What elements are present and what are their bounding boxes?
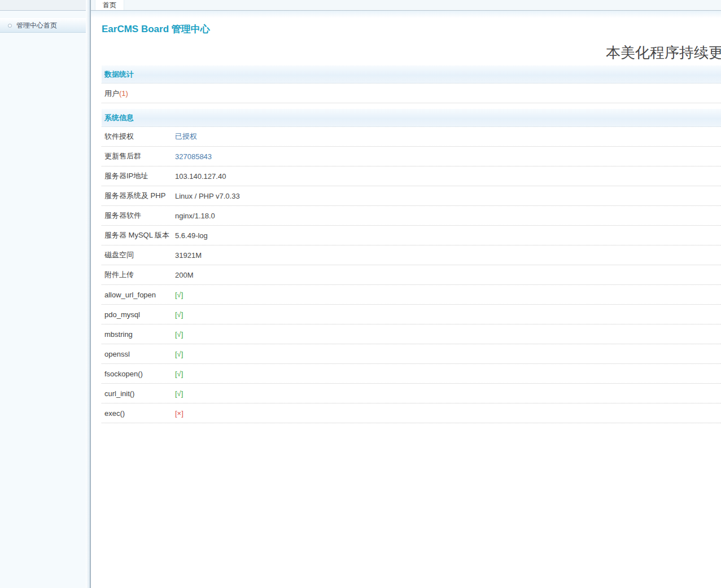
sidebar-top-strip [0,0,86,11]
section-header-data-stats: 数据统计 [102,65,721,84]
row-label: 更新售后群 [102,151,175,161]
row-label: 磁盘空间 [102,250,175,260]
row-label: 附件上传 [102,270,175,280]
radio-bullet-icon [8,24,12,28]
table-row: 服务器 MySQL 版本 5.6.49-log [102,226,721,245]
check-fail-icon: [×] [175,409,721,418]
row-value[interactable]: 已授权 [175,131,721,142]
check-ok-icon: [√] [175,350,721,358]
table-row: curl_init() [√] [102,384,721,403]
table-row: openssl [√] [102,344,721,364]
row-label: curl_init() [102,389,175,398]
table-row: pdo_mysql [√] [102,305,721,324]
content-area: 首页 EarCMS Board 管理中心 本美化程序持续更新 数据统计 用户(1… [91,0,721,588]
row-label: 服务器IP地址 [102,171,175,181]
table-row: fsockopen() [√] [102,364,721,384]
system-info-table: 软件授权 已授权 更新售后群 327085843 服务器IP地址 103.140… [102,127,721,423]
page-title[interactable]: EarCMS Board 管理中心 [102,23,210,36]
stats-row-users: 用户(1) [102,84,721,103]
row-value: 31921M [175,251,721,260]
row-label: 服务器系统及 PHP [102,191,175,201]
row-value: 103.140.127.40 [175,172,721,181]
row-label: mbstring [102,330,175,339]
stats-count: (1) [119,89,128,98]
table-row: 软件授权 已授权 [102,127,721,147]
sidebar-item-label: 管理中心首页 [16,21,57,30]
row-label: openssl [102,350,175,358]
row-value: Linux / PHP v7.0.33 [175,192,721,200]
table-row: allow_url_fopen [√] [102,285,721,305]
sidebar-splitter[interactable] [86,0,91,588]
marquee-text: 本美化程序持续更新 [606,43,721,59]
tab-home[interactable]: 首页 [95,0,124,10]
row-label: fsockopen() [102,370,175,378]
table-row: mbstring [√] [102,324,721,344]
content-top-gradient [91,11,721,18]
section-header-system-info: 系统信息 [102,109,721,127]
row-label: 服务器 MySQL 版本 [102,230,175,240]
row-value[interactable]: 327085843 [175,152,721,161]
table-row: 服务器软件 nginx/1.18.0 [102,206,721,226]
main-panel: EarCMS Board 管理中心 本美化程序持续更新 数据统计 用户(1) 系… [102,18,721,423]
table-row: 磁盘空间 31921M [102,245,721,265]
row-label: allow_url_fopen [102,291,175,299]
row-label: exec() [102,409,175,418]
table-row: 更新售后群 327085843 [102,147,721,166]
check-ok-icon: [√] [175,310,721,319]
table-row: 服务器系统及 PHP Linux / PHP v7.0.33 [102,186,721,206]
row-label: 服务器软件 [102,210,175,221]
row-value: 5.6.49-log [175,231,721,240]
stats-label[interactable]: 用户 [104,89,119,98]
table-row: 服务器IP地址 103.140.127.40 [102,166,721,186]
row-label: 软件授权 [102,131,175,142]
check-ok-icon: [√] [175,370,721,378]
row-value: 200M [175,271,721,279]
table-row: exec() [×] [102,403,721,423]
sidebar: 管理中心首页 [0,0,86,588]
check-ok-icon: [√] [175,291,721,299]
tab-bar: 首页 [91,0,721,11]
row-value: nginx/1.18.0 [175,212,721,220]
check-ok-icon: [√] [175,330,721,339]
table-row: 附件上传 200M [102,265,721,285]
check-ok-icon: [√] [175,389,721,398]
row-label: pdo_mysql [102,310,175,319]
marquee-container: 本美化程序持续更新 [102,43,721,59]
sidebar-item-admin-home[interactable]: 管理中心首页 [0,18,86,33]
